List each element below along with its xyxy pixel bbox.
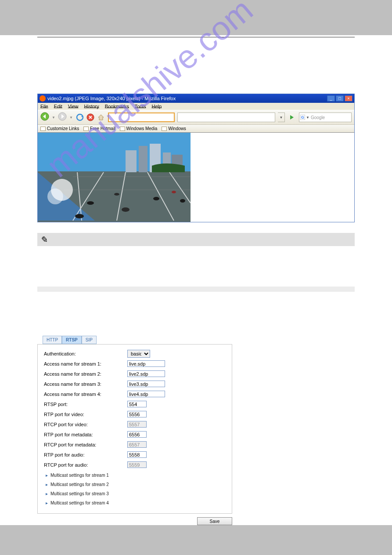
- page-icon: [120, 127, 125, 131]
- address-dropdown[interactable]: ▼: [278, 112, 285, 122]
- page-icon: [83, 127, 89, 131]
- google-icon: G: [300, 115, 305, 120]
- close-button[interactable]: ×: [345, 95, 352, 102]
- rtsp-config-panel: HTTP RTSP SIP Authentication: basic Acce…: [37, 336, 355, 525]
- rtcp-audio-input: [127, 461, 147, 468]
- browser-menubar[interactable]: File Edit View History Bookmarks Tools H…: [38, 103, 354, 110]
- rtsp-port-input[interactable]: [127, 401, 147, 407]
- stream2-label: Access name for stream 2:: [44, 371, 127, 377]
- rtp-video-label: RTP port for video:: [44, 412, 127, 417]
- expand-icon: ▸: [46, 491, 48, 496]
- multicast-stream4[interactable]: ▸Multicast settings for stream 4: [46, 501, 226, 505]
- page-icon: [162, 127, 167, 131]
- svg-point-16: [122, 207, 129, 212]
- maximize-button[interactable]: □: [336, 95, 344, 102]
- rtcp-meta-label: RTCP port for metadata:: [44, 442, 127, 447]
- save-button[interactable]: Save: [197, 517, 232, 525]
- stream1-label: Access name for stream 1:: [44, 361, 127, 366]
- stream3-label: Access name for stream 3:: [44, 381, 127, 387]
- reload-button[interactable]: [76, 113, 84, 122]
- rtcp-video-label: RTCP port for video:: [44, 422, 127, 427]
- forward-button[interactable]: [58, 112, 67, 123]
- search-engine-dropdown[interactable]: ▼: [306, 116, 309, 120]
- back-dropdown[interactable]: ▼: [51, 116, 56, 120]
- menu-help[interactable]: Help: [151, 104, 162, 109]
- bookmarks-toolbar: Customize Links Free Hotmail Windows Med…: [38, 125, 354, 133]
- section-divider: [37, 287, 355, 292]
- svg-point-2: [77, 114, 83, 120]
- window-title: video2.mjpg (JPEG Image, 320x240 pixels)…: [47, 96, 327, 101]
- note-bar: ✎: [37, 233, 355, 246]
- search-box[interactable]: G ▼ Google: [299, 112, 352, 122]
- svg-point-13: [153, 197, 159, 200]
- bookmark-windows[interactable]: Windows: [162, 126, 186, 131]
- menu-history[interactable]: History: [84, 104, 99, 109]
- menu-tools[interactable]: Tools: [135, 104, 146, 109]
- page-icon: [40, 127, 46, 131]
- video-stream-image: [38, 133, 191, 222]
- svg-rect-7: [139, 146, 147, 172]
- stop-button[interactable]: [86, 113, 95, 122]
- expand-icon: ▸: [46, 501, 48, 505]
- stream4-input[interactable]: [127, 391, 165, 397]
- auth-label: Authentication:: [44, 351, 127, 356]
- multicast-stream3[interactable]: ▸Multicast settings for stream 3: [46, 491, 226, 496]
- browser-toolbar: ▼ ▼ ▼ G ▼ Google: [38, 110, 354, 125]
- firefox-icon: [40, 95, 46, 102]
- stream4-label: Access name for stream 4:: [44, 392, 127, 397]
- rtsp-port-label: RTSP port:: [44, 402, 127, 407]
- rtp-audio-label: RTP port for audio:: [44, 452, 127, 457]
- bookmark-customize-links[interactable]: Customize Links: [40, 126, 79, 131]
- footer-gray-bar: [0, 525, 392, 555]
- stream1-input[interactable]: [127, 360, 165, 367]
- firefox-window: video2.mjpg (JPEG Image, 320x240 pixels)…: [37, 94, 355, 222]
- menu-view[interactable]: View: [68, 104, 79, 109]
- multicast-stream1[interactable]: ▸Multicast settings for stream 1: [46, 473, 226, 478]
- divider: [37, 37, 355, 37]
- expand-icon: ▸: [46, 482, 48, 487]
- rtp-video-input[interactable]: [127, 411, 147, 417]
- rtp-meta-input[interactable]: [127, 431, 147, 438]
- bookmark-windows-media[interactable]: Windows Media: [120, 126, 158, 131]
- menu-edit[interactable]: Edit: [54, 104, 62, 109]
- rtcp-meta-input: [127, 441, 147, 448]
- tab-rtsp[interactable]: RTSP: [62, 336, 82, 344]
- rtcp-audio-label: RTCP port for audio:: [44, 462, 127, 468]
- multicast-stream2[interactable]: ▸Multicast settings for stream 2: [46, 482, 226, 487]
- go-button[interactable]: [288, 114, 295, 121]
- window-titlebar: video2.mjpg (JPEG Image, 320x240 pixels)…: [38, 94, 354, 103]
- menu-bookmarks[interactable]: Bookmarks: [105, 104, 129, 109]
- expand-icon: ▸: [46, 473, 48, 478]
- rtcp-video-input: [127, 421, 147, 428]
- search-placeholder: Google: [311, 115, 325, 120]
- svg-point-14: [172, 191, 176, 193]
- rtp-audio-input[interactable]: [127, 451, 147, 458]
- svg-point-19: [47, 189, 63, 204]
- header-gray-bar: [0, 0, 392, 35]
- forward-dropdown[interactable]: ▼: [68, 116, 74, 120]
- address-bar[interactable]: [177, 112, 275, 122]
- tab-sip[interactable]: SIP: [82, 336, 97, 344]
- home-button[interactable]: [97, 113, 105, 122]
- stream2-input[interactable]: [127, 370, 165, 377]
- svg-point-17: [75, 214, 84, 218]
- svg-point-11: [87, 201, 94, 205]
- svg-rect-6: [126, 150, 137, 172]
- svg-point-15: [180, 199, 185, 203]
- minimize-button[interactable]: _: [327, 95, 335, 102]
- pencil-icon: ✎: [40, 234, 48, 245]
- stream3-input[interactable]: [127, 381, 165, 387]
- menu-file[interactable]: File: [40, 104, 48, 109]
- auth-select[interactable]: basic: [127, 350, 150, 358]
- tab-http[interactable]: HTTP: [43, 336, 62, 344]
- address-bar-highlighted[interactable]: [108, 112, 175, 122]
- rtp-meta-label: RTP port for metadata:: [44, 432, 127, 437]
- bookmark-free-hotmail[interactable]: Free Hotmail: [83, 126, 115, 131]
- svg-point-12: [114, 193, 119, 196]
- back-button[interactable]: [40, 112, 49, 123]
